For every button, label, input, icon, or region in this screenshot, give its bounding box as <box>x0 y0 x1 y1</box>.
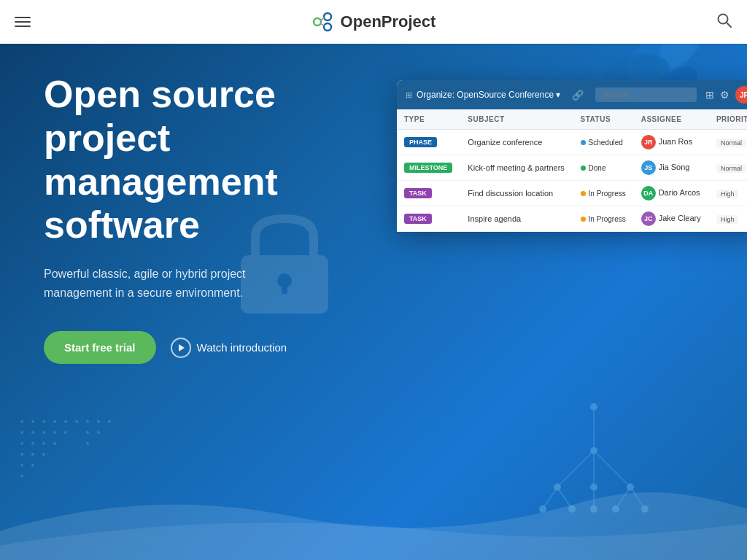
svg-line-35 <box>557 451 594 487</box>
cell-status: In Progress <box>573 181 634 206</box>
start-trial-button[interactable]: Start free trial <box>44 331 156 364</box>
col-status: STATUS <box>573 109 634 130</box>
svg-point-8 <box>31 420 34 423</box>
cell-status: Scheduled <box>573 130 634 155</box>
cell-priority: Normal <box>709 155 747 181</box>
svg-point-45 <box>554 483 561 491</box>
svg-point-15 <box>42 431 45 434</box>
col-type: TYPE <box>397 109 460 130</box>
cell-type: MILESTONE <box>397 155 460 181</box>
cell-assignee: JSJia Song <box>634 155 709 181</box>
watch-intro-label: Watch introduction <box>197 341 287 354</box>
cell-priority: High <box>709 206 747 232</box>
search-icon[interactable] <box>716 12 732 31</box>
svg-point-10 <box>53 420 56 423</box>
cell-type: TASK <box>397 181 460 206</box>
table-row[interactable]: MILESTONE Kick-off meeting & partners Do… <box>397 155 747 181</box>
app-topbar-actions: ⊞ ⚙ JP <box>705 86 747 104</box>
cell-priority: High <box>709 181 747 206</box>
svg-point-32 <box>97 431 100 434</box>
svg-point-44 <box>590 447 597 454</box>
user-avatar[interactable]: JP <box>735 86 747 104</box>
svg-point-30 <box>108 420 111 423</box>
cell-subject: Organize conference <box>460 130 573 155</box>
svg-point-12 <box>75 420 78 423</box>
svg-point-13 <box>20 431 23 434</box>
table-header-row: TYPE SUBJECT STATUS ASSIGNEE PRIORITY <box>397 109 747 130</box>
table-row[interactable]: PHASE Organize conference Scheduled JRJu… <box>397 130 747 155</box>
settings-icon[interactable]: ⚙ <box>720 89 729 101</box>
cell-assignee: DADario Arcos <box>634 181 709 206</box>
hero-subtitle: Powerful classic, agile or hybrid projec… <box>44 265 306 302</box>
logo-icon <box>311 11 333 33</box>
cell-assignee: JCJake Cleary <box>634 206 709 232</box>
svg-point-49 <box>568 505 576 513</box>
svg-line-39 <box>557 487 572 509</box>
cell-type: TASK <box>397 206 460 232</box>
hero-content: Open source project management software … <box>44 73 379 364</box>
cell-subject: Find discussion location <box>460 181 573 206</box>
cell-subject: Kick-off meeting & partners <box>460 155 573 181</box>
work-packages-table: TYPE SUBJECT STATUS ASSIGNEE PRIORITY PH… <box>397 109 747 232</box>
svg-point-17 <box>64 431 67 434</box>
col-priority: PRIORITY <box>709 109 747 130</box>
hero-cta-group: Start free trial Watch introduction <box>44 331 379 364</box>
breadcrumb-icon: ⊞ <box>406 90 412 100</box>
svg-point-51 <box>641 505 649 513</box>
cell-type: PHASE <box>397 130 460 155</box>
svg-point-14 <box>31 431 34 434</box>
svg-point-54 <box>324 13 331 20</box>
svg-line-40 <box>616 487 630 509</box>
app-table-container: TYPE SUBJECT STATUS ASSIGNEE PRIORITY PH… <box>397 109 747 232</box>
svg-point-47 <box>590 483 597 491</box>
svg-line-38 <box>543 487 557 509</box>
hamburger-menu[interactable] <box>15 17 31 27</box>
app-topbar: ⊞ Organize: OpenSource Conference ▾ 🔗 ⊞ … <box>397 80 747 109</box>
cell-status: Done <box>573 155 634 181</box>
app-topbar-left: ⊞ Organize: OpenSource Conference ▾ <box>406 90 560 100</box>
watch-intro-button[interactable]: Watch introduction <box>171 338 287 358</box>
svg-point-29 <box>97 420 100 423</box>
svg-point-9 <box>42 420 45 423</box>
svg-point-28 <box>86 420 89 423</box>
hero-title: Open source project management software <box>44 73 379 247</box>
app-screenshot: ⊞ Organize: OpenSource Conference ▾ 🔗 ⊞ … <box>397 80 747 232</box>
svg-line-41 <box>630 487 645 509</box>
svg-point-31 <box>86 431 89 434</box>
play-icon <box>171 338 191 358</box>
table-row[interactable]: TASK Find discussion location In Progres… <box>397 181 747 206</box>
cell-priority: Normal <box>709 130 747 155</box>
svg-point-16 <box>53 431 56 434</box>
share-icon: 🔗 <box>572 90 584 101</box>
col-assignee: ASSIGNEE <box>634 109 709 130</box>
svg-point-55 <box>324 23 331 31</box>
logo: OpenProject <box>311 11 436 33</box>
app-search-input[interactable] <box>595 88 697 102</box>
grid-view-icon[interactable]: ⊞ <box>705 89 714 101</box>
cell-assignee: JRJuan Ros <box>634 130 709 155</box>
svg-point-53 <box>314 18 321 26</box>
navbar: OpenProject <box>0 0 747 44</box>
svg-point-48 <box>539 505 546 513</box>
svg-point-7 <box>20 420 23 423</box>
project-name: Organize: OpenSource Conference ▾ <box>417 90 560 100</box>
svg-point-52 <box>590 505 597 513</box>
table-row[interactable]: TASK Inspire agenda In Progress JCJake C… <box>397 206 747 232</box>
svg-line-36 <box>594 451 630 487</box>
svg-line-59 <box>727 23 731 27</box>
svg-point-50 <box>612 505 619 513</box>
svg-point-46 <box>627 483 634 491</box>
cell-subject: Inspire agenda <box>460 206 573 232</box>
svg-point-11 <box>64 420 67 423</box>
logo-text: OpenProject <box>341 12 436 31</box>
col-subject: SUBJECT <box>460 109 573 130</box>
cell-status: In Progress <box>573 206 634 232</box>
svg-point-43 <box>590 403 597 411</box>
circuit-decoration <box>484 392 703 538</box>
